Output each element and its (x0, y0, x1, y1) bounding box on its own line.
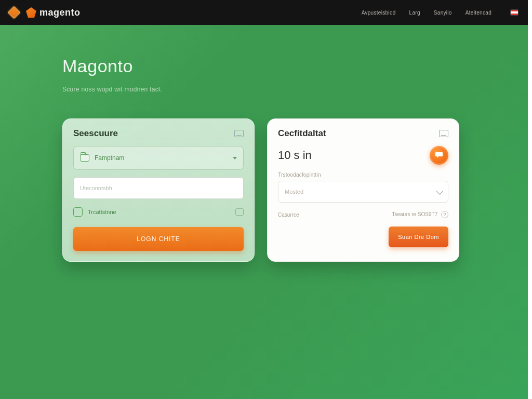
nav-link-0[interactable]: Avpusteisbiod (362, 10, 396, 16)
nav-link-3[interactable]: Ateitencad (466, 10, 491, 16)
username-input-wrap[interactable] (73, 177, 244, 199)
folder-icon (80, 154, 89, 162)
locale-flag-icon[interactable] (510, 9, 518, 16)
brand-logo-icon (26, 7, 36, 18)
remember-row[interactable]: Trcattstnne (73, 207, 244, 217)
chevron-down-icon (436, 188, 443, 195)
category-select[interactable]: Famptnam (73, 146, 244, 170)
nav-link-1[interactable]: Larg (409, 10, 420, 16)
foot-left-label: Casurrce (278, 212, 299, 218)
mode-placeholder: Mosted (285, 189, 303, 195)
speech-icon (435, 152, 443, 159)
secure-card: Seescuure Famptnam Trcattstnne LOGN CHIT… (62, 118, 255, 262)
submit-button[interactable]: Suan Dre Dom (389, 227, 448, 247)
monitor-icon (439, 130, 448, 137)
mode-select[interactable]: Mosted (278, 181, 448, 203)
chevron-down-icon (233, 157, 237, 159)
nav-link-2[interactable]: Sanyiio (434, 10, 452, 16)
chat-bubble-icon[interactable] (430, 146, 448, 165)
category-label: Famptnam (95, 154, 124, 162)
foot-right-label: Tseaurs re SOS9T7 (392, 211, 437, 217)
remember-label: Trcattstnne (88, 209, 116, 215)
checkbox-icon[interactable] (73, 207, 83, 217)
brand-text: magento (39, 7, 81, 18)
credential-card-title: Cecfitdaltat (278, 128, 326, 139)
hero: Magonto Scure noss wopd wit modnen tacł. (62, 56, 162, 93)
header-bar: magento Avpusteisbiod Larg Sanyiio Ateit… (0, 0, 528, 25)
brand[interactable]: magento (26, 7, 81, 18)
credential-card: Cecfitdaltat 10 s in Trstoodacfopinttin … (267, 118, 459, 262)
field-label: Trstoodacfopinttin (278, 172, 448, 178)
username-input[interactable] (80, 185, 237, 191)
window-icon[interactable] (234, 130, 244, 137)
hero-title: Magonto (62, 56, 162, 76)
tiny-panel-icon (235, 208, 244, 216)
hero-subtitle: Scure noss wopd wit modnen tacł. (62, 86, 162, 93)
price-value: 10 s in (278, 149, 312, 162)
secure-card-title: Seescuure (73, 128, 118, 139)
diamond-icon (7, 6, 20, 19)
login-button[interactable]: LOGN CHITE (73, 227, 244, 251)
top-nav: Avpusteisbiod Larg Sanyiio Ateitencad (362, 9, 518, 16)
help-icon[interactable]: ? (441, 211, 448, 218)
